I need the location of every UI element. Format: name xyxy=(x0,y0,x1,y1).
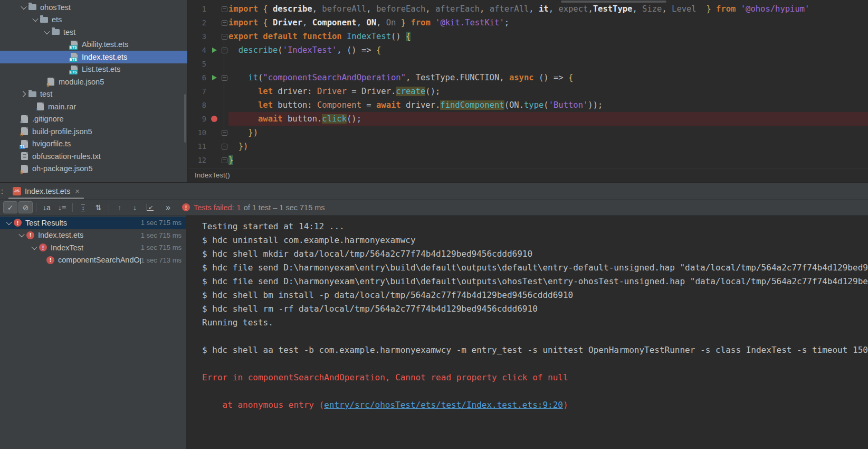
code-text[interactable]: it("componentSearchAndOperation", TestTy… xyxy=(228,71,868,85)
fold-marker-icon[interactable] xyxy=(222,48,227,53)
tree-item-hvigorfile-ts[interactable]: TShvigorfile.ts xyxy=(0,138,187,151)
show-ignored-button[interactable]: ⊘ xyxy=(18,201,33,213)
console-text: $ hdc shell mkdir data/local/tmp/564a2c7… xyxy=(202,249,532,259)
run-panel-tabbar: : JS Index.test.ets × xyxy=(0,182,868,200)
console-line: $ hdc shell mkdir data/local/tmp/564a2c7… xyxy=(202,247,868,261)
tree-item-ability-test-ets[interactable]: ETSAbility.test.ets xyxy=(0,39,187,51)
previous-failed-test-button[interactable]: ↑ xyxy=(112,201,127,213)
code-text[interactable]: let button: Component = await driver.fin… xyxy=(228,98,868,112)
show-passed-button[interactable]: ✓ xyxy=(3,201,17,213)
test-result-test-results[interactable]: !Test Results1 sec 715 ms xyxy=(0,217,186,229)
tree-item-oh-package-json5[interactable]: {}oh-package.json5 xyxy=(0,163,187,175)
code-text[interactable]: }) xyxy=(228,126,868,139)
chevron-down-icon[interactable] xyxy=(42,30,52,34)
code-editor[interactable]: 1import { describe, beforeAll, beforeEac… xyxy=(188,0,868,168)
sort-alphabetically-button[interactable]: ↓a xyxy=(40,201,54,213)
tree-item-list-test-ets[interactable]: ETSList.test.ets xyxy=(0,63,187,76)
chevron-down-icon[interactable] xyxy=(30,246,39,250)
code-text[interactable]: await button.click(); xyxy=(228,112,868,126)
console-line: Testing started at 14:12 ... xyxy=(202,220,868,233)
gutter-icon-slot xyxy=(208,2,220,16)
tree-item-build-profile-json5[interactable]: {}build-profile.json5 xyxy=(0,125,187,138)
chevron-right-icon[interactable] xyxy=(19,92,28,96)
code-text[interactable]: export default function IndexTest() { xyxy=(228,30,868,43)
chevron-down-icon[interactable] xyxy=(31,17,40,22)
editor-line-5: 5 xyxy=(188,57,868,71)
next-failed-test-button[interactable]: ↓ xyxy=(128,201,142,213)
run-test-icon[interactable] xyxy=(212,48,217,53)
tree-item-label: Index.test.ets xyxy=(82,53,127,61)
project-tree-scrollbar[interactable] xyxy=(184,94,186,143)
chevron-down-icon[interactable] xyxy=(19,5,28,10)
test-toolbar: ✓⊘↓a↓≡↕⇅↑↓↙» ! Tests failed: 1 of 1 test… xyxy=(0,200,868,216)
file-icon-txt xyxy=(21,152,28,160)
active-tab-indicator xyxy=(8,198,84,199)
console-text: Testing started at 14:12 ... xyxy=(202,221,345,231)
toolbar-separator xyxy=(72,203,73,212)
tests-failed-label: Tests failed: xyxy=(194,203,234,212)
fold-marker-icon[interactable] xyxy=(222,34,227,40)
test-console[interactable]: Testing started at 14:12 ...$ hdc uninst… xyxy=(186,216,868,449)
breakpoint-icon[interactable] xyxy=(211,116,217,122)
tree-item-gitignore[interactable]: ⊘.gitignore xyxy=(0,113,187,126)
code-text[interactable] xyxy=(228,57,868,71)
sort-by-duration-button[interactable]: ↓≡ xyxy=(55,201,69,213)
run-test-icon[interactable] xyxy=(212,75,217,80)
fold-marker-icon[interactable] xyxy=(222,157,227,163)
tree-item-module-json5[interactable]: {}module.json5 xyxy=(0,76,187,88)
tree-item-ets[interactable]: ets xyxy=(0,14,187,26)
test-result-indextest[interactable]: !IndexTest1 sec 715 ms xyxy=(0,241,186,254)
chevron-down-icon[interactable] xyxy=(17,233,26,237)
gutter-icon-slot xyxy=(208,153,220,167)
code-text[interactable]: let driver: Driver = Driver.create(); xyxy=(228,85,868,98)
code-text[interactable]: describe('IndexTest', () => { xyxy=(228,43,868,57)
test-result-index-test-ets[interactable]: !Index.test.ets1 sec 715 ms xyxy=(0,229,186,242)
js-file-icon: JS xyxy=(13,187,21,195)
fold-marker-icon[interactable] xyxy=(222,144,227,149)
editor-horizontal-scrollbar[interactable] xyxy=(561,1,666,3)
tree-item-obfuscation-rules-txt[interactable]: obfuscation-rules.txt xyxy=(0,150,187,163)
fold-marker-icon[interactable] xyxy=(222,6,227,12)
project-tree-pane: ohosTestetstestETSAbility.test.etsETSInd… xyxy=(0,0,188,182)
file-icon-json: {} xyxy=(21,165,28,173)
console-line: Error in componentSearchAndOperation, Ca… xyxy=(202,371,868,385)
code-text[interactable]: import { describe, beforeAll, beforeEach… xyxy=(228,2,868,16)
file-type-badge: TS xyxy=(20,145,25,149)
console-line xyxy=(202,330,868,343)
code-text[interactable]: }) xyxy=(228,139,868,153)
collapse-all-button[interactable]: ⇅ xyxy=(91,201,106,213)
gutter-icon-slot xyxy=(208,71,220,85)
tree-item-label: .gitignore xyxy=(32,115,64,123)
editor-line-12: 12} xyxy=(188,153,868,167)
fold-marker-icon[interactable] xyxy=(222,75,227,81)
code-text[interactable]: import { Driver, Component, ON, On } fro… xyxy=(228,16,868,30)
gutter-icon-slot xyxy=(208,57,220,71)
breadcrumb[interactable]: IndexTest() xyxy=(188,168,868,182)
chevron-down-icon[interactable] xyxy=(4,221,14,225)
more-actions-button[interactable]: » xyxy=(161,201,175,213)
tree-item-label: module.json5 xyxy=(59,78,104,86)
console-line: $ hdc shell bm install -p data/local/tmp… xyxy=(202,288,868,302)
expand-all-button[interactable]: ↕ xyxy=(76,201,90,213)
fold-scope-line xyxy=(224,39,224,158)
test-duration: 1 sec 715 ms xyxy=(141,244,186,251)
run-tab-index-test-ets[interactable]: JS Index.test.ets × xyxy=(9,183,83,199)
fold-marker-icon[interactable] xyxy=(222,20,227,26)
console-text: $ hdc uninstall com.example.harmonyexamw… xyxy=(202,235,416,245)
test-result-componentsearchandoperation[interactable]: !componentSearchAndOperation1 sec 713 ms xyxy=(0,254,186,267)
code-text[interactable]: } xyxy=(228,153,868,167)
stacktrace-link[interactable]: entry/src/ohosTest/ets/test/Index.test.e… xyxy=(324,400,563,410)
tree-item-test[interactable]: test xyxy=(0,88,187,101)
tree-item-test[interactable]: test xyxy=(0,26,187,39)
tree-item-ohostest[interactable]: ohosTest xyxy=(0,1,187,14)
fold-marker-icon[interactable] xyxy=(222,130,227,136)
close-icon[interactable]: × xyxy=(75,187,80,195)
import-test-results-button[interactable]: ↙ xyxy=(143,201,157,213)
tree-item-label: main.rar xyxy=(48,102,76,111)
more-actions-icon: » xyxy=(166,203,170,212)
tree-item-label: build-profile.json5 xyxy=(32,127,92,136)
tree-item-index-test-ets[interactable]: ETSIndex.test.ets xyxy=(0,51,187,63)
file-type-badge: {} xyxy=(20,170,23,174)
tree-item-main-rar[interactable]: ?main.rar xyxy=(0,100,187,113)
gutter-icon-slot xyxy=(208,30,220,43)
